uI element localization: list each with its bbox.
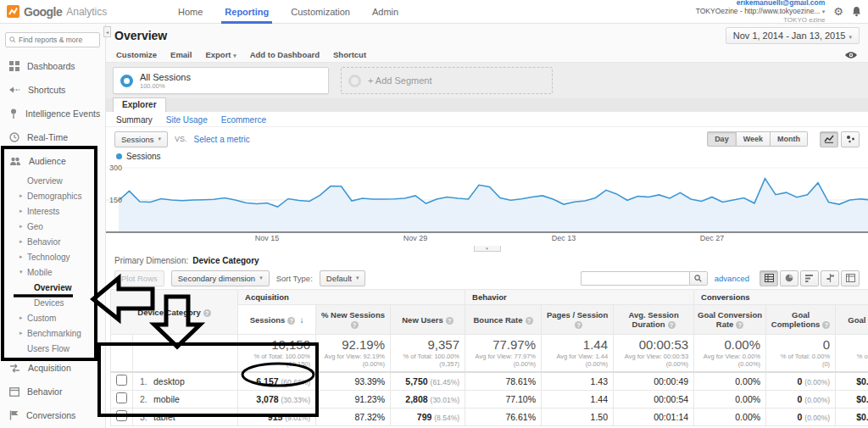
add-segment-button[interactable]: + Add Segment bbox=[341, 67, 553, 94]
data-table-wrap: Device Category? Acquisition Behavior Co… bbox=[110, 289, 868, 428]
nav-customization[interactable]: Customization bbox=[291, 0, 350, 24]
device-name-cell[interactable]: 3.tablet bbox=[133, 409, 238, 426]
view-pivot-button[interactable] bbox=[841, 270, 860, 286]
subnav-site-usage[interactable]: Site Usage bbox=[166, 115, 208, 125]
primary-dimension-value[interactable]: Device Category bbox=[192, 256, 259, 265]
sidebar-mobile-devices[interactable]: Devices bbox=[0, 295, 105, 310]
column-header-sessions[interactable]: Sessions?↓ bbox=[238, 305, 316, 335]
google-analytics-logo[interactable]: Google Analytics bbox=[7, 5, 151, 19]
sidebar-audience-technology[interactable]: ▸Technology bbox=[0, 249, 105, 264]
column-header-new-sessions[interactable]: % New Sessions? bbox=[316, 305, 391, 335]
sidebar-item-intelligence-events[interactable]: Intelligence Events bbox=[0, 102, 105, 125]
sidebar-item-behavior[interactable]: Behavior bbox=[0, 380, 105, 403]
advanced-search-link[interactable]: advanced bbox=[715, 274, 749, 283]
device-name-cell[interactable]: 1.desktop bbox=[133, 372, 238, 391]
customize-button[interactable]: Customize bbox=[116, 50, 157, 59]
help-icon[interactable]: ? bbox=[351, 321, 359, 329]
column-header-goal-conversion-rate[interactable]: Goal Conversion Rate? bbox=[694, 305, 766, 335]
select-metric-link[interactable]: Select a metric bbox=[194, 135, 250, 144]
line-chart-view-button[interactable] bbox=[820, 131, 838, 147]
all-sessions-segment[interactable]: All Sessions 100.00% bbox=[113, 67, 329, 94]
view-percentage-button[interactable] bbox=[780, 270, 798, 286]
help-icon[interactable]: ? bbox=[287, 317, 295, 325]
help-icon[interactable]: ? bbox=[575, 321, 582, 329]
gear-icon[interactable]: ⚙ bbox=[833, 5, 843, 18]
granularity-month-button[interactable]: Month bbox=[771, 131, 808, 147]
sidebar-mobile-overview[interactable]: Overview bbox=[0, 280, 105, 295]
motion-chart-view-button[interactable] bbox=[841, 131, 860, 147]
row-checkbox[interactable] bbox=[116, 410, 127, 421]
sidebar-item-shortcuts[interactable]: Shortcuts bbox=[0, 78, 105, 102]
tab-explorer[interactable]: Explorer bbox=[113, 97, 166, 112]
device-name-cell[interactable]: 2.mobile bbox=[133, 391, 238, 409]
help-icon[interactable]: ? bbox=[203, 309, 211, 317]
sort-descending-icon[interactable]: ↓ bbox=[299, 315, 303, 325]
bar-chart-icon bbox=[805, 274, 815, 282]
chart-collapse-handle[interactable]: ▾ bbox=[474, 246, 501, 252]
intelligence-eye-icon[interactable] bbox=[844, 51, 858, 59]
metric-dropdown[interactable]: Sessions▾ bbox=[114, 131, 168, 147]
help-icon[interactable]: ? bbox=[446, 317, 453, 325]
expand-arrow-icon: ▸ bbox=[19, 192, 23, 199]
search-input[interactable] bbox=[19, 36, 95, 44]
sidebar-audience-users-flow[interactable]: Users Flow bbox=[0, 341, 105, 356]
sort-type-dropdown[interactable]: Default▾ bbox=[320, 270, 366, 286]
column-header-goal-completions[interactable]: Goal Completions? bbox=[766, 305, 836, 335]
sidebar-audience-interests[interactable]: ▸Interests bbox=[0, 203, 105, 219]
sidebar-audience-custom[interactable]: ▸Custom bbox=[0, 310, 105, 325]
view-comparison-button[interactable] bbox=[821, 270, 839, 286]
row-checkbox[interactable] bbox=[116, 392, 127, 403]
totals-pages-session: 1.44Avg for View: 1.44(0.00%) bbox=[542, 335, 614, 373]
add-to-dashboard-button[interactable]: Add to Dashboard bbox=[250, 50, 320, 59]
subnav-summary[interactable]: Summary bbox=[116, 115, 153, 125]
help-icon[interactable]: ? bbox=[526, 317, 533, 325]
pie-chart-icon bbox=[785, 274, 793, 282]
sidebar-audience-behavior[interactable]: ▸Behavior bbox=[0, 234, 105, 249]
column-header-pages-session[interactable]: Pages / Session? bbox=[542, 305, 614, 335]
table-row-tablet: 3.tablet 915 (9.01%) 87.32% 799 (8.54%) … bbox=[111, 409, 868, 426]
column-header-new-users[interactable]: New Users? bbox=[391, 305, 465, 335]
help-icon[interactable]: ? bbox=[668, 321, 676, 329]
sidebar-audience-demographics[interactable]: ▸Demographics bbox=[0, 188, 105, 203]
sidebar-item-conversions[interactable]: Conversions bbox=[0, 403, 105, 427]
table-search-input[interactable] bbox=[581, 271, 689, 286]
view-table-button[interactable] bbox=[760, 270, 778, 286]
help-icon[interactable]: ? bbox=[736, 321, 743, 329]
sidebar-item-real-time[interactable]: Real-Time bbox=[0, 125, 105, 149]
sidebar-item-audience[interactable]: Audience bbox=[0, 149, 105, 173]
plot-rows-button[interactable]: Plot Rows bbox=[114, 270, 164, 286]
sidebar-audience-geo[interactable]: ▸Geo bbox=[0, 219, 105, 234]
sessions-timeseries-chart[interactable]: 300150Nov 15Nov 29Dec 13Dec 27 bbox=[106, 161, 868, 242]
column-header-goal-value[interactable]: Goal Value? bbox=[836, 305, 868, 335]
export-button[interactable]: Export ▾ bbox=[205, 50, 236, 59]
granularity-week-button[interactable]: Week bbox=[737, 131, 771, 147]
sidebar-item-dashboards[interactable]: Dashboards bbox=[0, 54, 105, 78]
granularity-day-button[interactable]: Day bbox=[707, 131, 737, 147]
column-header-bounce-rate[interactable]: Bounce Rate? bbox=[465, 305, 542, 335]
sidebar-search[interactable] bbox=[5, 32, 100, 47]
secondary-dimension-dropdown[interactable]: Secondary dimension▾ bbox=[171, 270, 270, 286]
account-selector[interactable]: erikemanuelli@gmail.com TOKYOezine - htt… bbox=[696, 0, 826, 24]
date-range-picker[interactable]: Nov 1, 2014 - Jan 13, 2015▾ bbox=[726, 27, 860, 44]
shortcut-button[interactable]: Shortcut bbox=[333, 50, 366, 59]
sidebar-audience-benchmarking[interactable]: ▸Benchmarking bbox=[0, 325, 105, 341]
bell-icon[interactable] bbox=[852, 6, 861, 17]
sidebar-audience-overview[interactable]: Overview bbox=[0, 173, 105, 188]
nav-reporting[interactable]: Reporting bbox=[225, 0, 269, 24]
device-category-column-header[interactable]: Device Category? bbox=[111, 290, 238, 335]
column-header-session-duration[interactable]: Avg. Session Duration? bbox=[614, 305, 694, 335]
table-search-button[interactable] bbox=[689, 271, 708, 286]
view-performance-button[interactable] bbox=[800, 270, 819, 286]
collapse-panel-button[interactable]: ◂ bbox=[103, 26, 111, 37]
google-analytics-app: Google Analytics Home Reporting Customiz… bbox=[0, 0, 868, 428]
row-checkbox[interactable] bbox=[116, 375, 127, 386]
nav-admin[interactable]: Admin bbox=[372, 0, 398, 24]
help-icon[interactable]: ? bbox=[822, 321, 830, 329]
nav-home[interactable]: Home bbox=[178, 0, 203, 24]
group-header-behavior: Behavior bbox=[465, 290, 694, 305]
sidebar-item-acquisition[interactable]: Acquisition bbox=[0, 356, 105, 380]
sidebar-audience-mobile[interactable]: ▾Mobile bbox=[0, 264, 105, 280]
subnav-ecommerce[interactable]: Ecommerce bbox=[221, 115, 266, 125]
email-button[interactable]: Email bbox=[170, 50, 192, 59]
group-header-acquisition: Acquisition bbox=[238, 290, 465, 305]
